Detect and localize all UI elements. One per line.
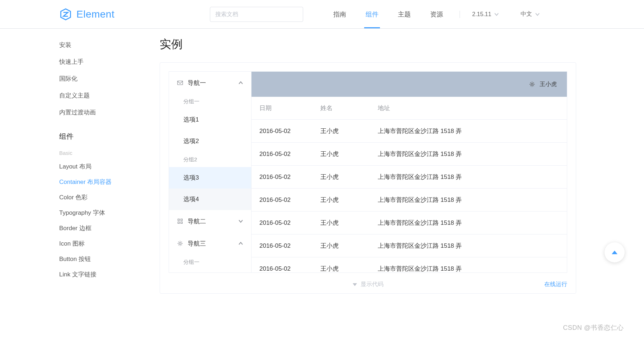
td-date: 2016-05-02 bbox=[252, 212, 312, 234]
td-address: 上海市普陀区金沙江路 1518 弄 bbox=[370, 166, 567, 189]
demo-table-wrap[interactable]: 日期 姓名 地址 2016-05-02王小虎上海市普陀区金沙江路 1518 弄2… bbox=[252, 97, 567, 272]
menu-nav-2-label: 导航二 bbox=[188, 217, 206, 226]
sidebar-item-border[interactable]: Border 边框 bbox=[59, 220, 149, 236]
tab-theme[interactable]: 主题 bbox=[396, 0, 412, 28]
td-name: 王小虎 bbox=[312, 189, 370, 212]
nav-divider bbox=[460, 11, 460, 18]
svg-rect-1 bbox=[178, 81, 183, 85]
demo-main: 王小虎 日期 姓名 地址 2016-05-02王小虎上海市普陀区金沙江路 1 bbox=[252, 72, 567, 272]
sidebar-group-component: 组件 bbox=[59, 121, 149, 146]
tab-guide[interactable]: 指南 bbox=[332, 0, 348, 28]
td-address: 上海市普陀区金沙江路 1518 弄 bbox=[370, 257, 567, 273]
menu-nav-1[interactable]: 导航一 bbox=[169, 72, 251, 94]
th-address: 地址 bbox=[370, 97, 567, 120]
td-date: 2016-05-02 bbox=[252, 257, 312, 273]
td-name: 王小虎 bbox=[312, 120, 370, 143]
td-date: 2016-05-02 bbox=[252, 120, 312, 143]
version-label: 2.15.11 bbox=[472, 11, 491, 18]
demo-card: 导航一 分组一 选项1 选项2 分组2 选项3 选项4 bbox=[160, 62, 576, 294]
menu-item-1-3[interactable]: 选项3 bbox=[169, 167, 251, 189]
version-dropdown[interactable]: 2.15.11 bbox=[472, 11, 499, 18]
run-online-link[interactable]: 在线运行 bbox=[544, 281, 567, 288]
menu-group-1-label: 分组一 bbox=[169, 94, 251, 109]
logo[interactable]: Element bbox=[59, 8, 210, 21]
td-name: 王小虎 bbox=[312, 212, 370, 234]
table-row[interactable]: 2016-05-02王小虎上海市普陀区金沙江路 1518 弄 bbox=[252, 189, 567, 212]
svg-rect-5 bbox=[181, 222, 183, 224]
sidebar-item-icon[interactable]: Icon 图标 bbox=[59, 236, 149, 251]
tab-resource[interactable]: 资源 bbox=[429, 0, 445, 28]
menu-group-2-label: 分组2 bbox=[169, 152, 251, 167]
svg-rect-2 bbox=[178, 219, 180, 221]
back-to-top-button[interactable] bbox=[605, 242, 625, 262]
td-address: 上海市普陀区金沙江路 1518 弄 bbox=[370, 143, 567, 166]
tab-component[interactable]: 组件 bbox=[364, 0, 380, 28]
svg-point-7 bbox=[531, 83, 533, 85]
sidebar-sub-label-basic: Basic bbox=[59, 146, 149, 159]
chevron-up-icon bbox=[238, 241, 243, 246]
menu-nav-3-label: 导航三 bbox=[188, 239, 206, 248]
table-row[interactable]: 2016-05-02王小虎上海市普陀区金沙江路 1518 弄 bbox=[252, 120, 567, 143]
td-name: 王小虎 bbox=[312, 257, 370, 273]
sidebar-item-custom-theme[interactable]: 自定义主题 bbox=[59, 87, 149, 104]
header-username[interactable]: 王小虎 bbox=[540, 81, 557, 88]
menu-item-3-1[interactable]: 选项1 bbox=[169, 270, 251, 272]
gear-icon[interactable] bbox=[529, 81, 535, 87]
chevron-down-icon bbox=[535, 12, 540, 17]
td-name: 王小虎 bbox=[312, 166, 370, 189]
top-bar: Element 指南 组件 主题 资源 2.15.11 中文 bbox=[0, 0, 644, 29]
table-row[interactable]: 2016-05-02王小虎上海市普陀区金沙江路 1518 弄 bbox=[252, 212, 567, 234]
td-name: 王小虎 bbox=[312, 143, 370, 166]
table-row[interactable]: 2016-05-02王小虎上海市普陀区金沙江路 1518 弄 bbox=[252, 257, 567, 273]
message-icon bbox=[177, 80, 183, 86]
menu-nav-2[interactable]: 导航二 bbox=[169, 210, 251, 232]
svg-rect-4 bbox=[178, 222, 180, 224]
td-address: 上海市普陀区金沙江路 1518 弄 bbox=[370, 120, 567, 143]
menu-nav-1-label: 导航一 bbox=[188, 79, 206, 87]
td-address: 上海市普陀区金沙江路 1518 弄 bbox=[370, 234, 567, 257]
sidebar-item-transition[interactable]: 内置过渡动画 bbox=[59, 104, 149, 121]
sidebar-item-container[interactable]: Container 布局容器 bbox=[59, 174, 149, 190]
sidebar-item-button[interactable]: Button 按钮 bbox=[59, 251, 149, 267]
table-row[interactable]: 2016-05-02王小虎上海市普陀区金沙江路 1518 弄 bbox=[252, 166, 567, 189]
th-name: 姓名 bbox=[312, 97, 370, 120]
td-date: 2016-05-02 bbox=[252, 166, 312, 189]
language-dropdown[interactable]: 中文 bbox=[521, 10, 540, 18]
td-name: 王小虎 bbox=[312, 234, 370, 257]
sidebar-item-color[interactable]: Color 色彩 bbox=[59, 190, 149, 205]
table-row[interactable]: 2016-05-02王小虎上海市普陀区金沙江路 1518 弄 bbox=[252, 234, 567, 257]
svg-rect-3 bbox=[181, 219, 183, 221]
sidebar-item-i18n[interactable]: 国际化 bbox=[59, 70, 149, 87]
td-date: 2016-05-02 bbox=[252, 234, 312, 257]
sidebar-item-install[interactable]: 安装 bbox=[59, 37, 149, 53]
th-date: 日期 bbox=[252, 97, 312, 120]
logo-text: Element bbox=[76, 9, 114, 20]
left-sidebar: 安装 快速上手 国际化 自定义主题 内置过渡动画 组件 Basic Layout… bbox=[59, 37, 160, 294]
chevron-up-icon bbox=[238, 80, 243, 85]
demo-table: 日期 姓名 地址 2016-05-02王小虎上海市普陀区金沙江路 1518 弄2… bbox=[252, 97, 567, 272]
top-nav-tabs: 指南 组件 主题 资源 2.15.11 中文 bbox=[332, 0, 561, 28]
menu-nav-3[interactable]: 导航三 bbox=[169, 232, 251, 255]
td-date: 2016-05-02 bbox=[252, 143, 312, 166]
td-address: 上海市普陀区金沙江路 1518 弄 bbox=[370, 189, 567, 212]
chevron-down-icon bbox=[494, 12, 499, 17]
menu-nav3-group-label: 分组一 bbox=[169, 255, 251, 270]
menu-item-1-2[interactable]: 选项2 bbox=[169, 130, 251, 152]
caret-up-icon bbox=[612, 251, 617, 254]
caret-down-icon[interactable] bbox=[353, 283, 357, 286]
sidebar-item-quickstart[interactable]: 快速上手 bbox=[59, 53, 149, 70]
search-input[interactable] bbox=[210, 7, 303, 22]
show-code-button[interactable]: 显示代码 bbox=[361, 281, 384, 288]
sidebar-item-typography[interactable]: Typography 字体 bbox=[59, 205, 149, 220]
chevron-down-icon bbox=[238, 219, 243, 224]
demo-aside[interactable]: 导航一 分组一 选项1 选项2 分组2 选项3 选项4 bbox=[169, 72, 252, 272]
menu-item-1-1[interactable]: 选项1 bbox=[169, 109, 251, 130]
menu-item-1-4[interactable]: 选项4 bbox=[169, 189, 251, 210]
demo-header: 王小虎 bbox=[252, 72, 567, 97]
element-logo-icon bbox=[59, 8, 72, 21]
menu-grid-icon bbox=[177, 218, 183, 224]
sidebar-item-link[interactable]: Link 文字链接 bbox=[59, 267, 149, 282]
table-row[interactable]: 2016-05-02王小虎上海市普陀区金沙江路 1518 弄 bbox=[252, 143, 567, 166]
sidebar-item-layout[interactable]: Layout 布局 bbox=[59, 159, 149, 174]
td-address: 上海市普陀区金沙江路 1518 弄 bbox=[370, 212, 567, 234]
